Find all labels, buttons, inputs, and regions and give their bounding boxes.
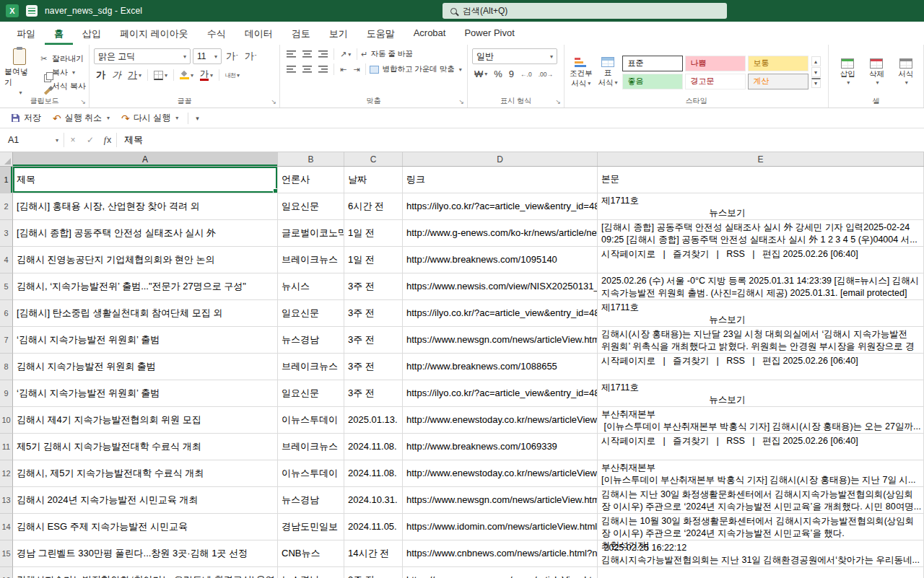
increase-indent-button[interactable]: ⇥	[351, 64, 362, 75]
cell-press[interactable]: 브레이크뉴스	[278, 434, 344, 460]
cell-date[interactable]: 2024.11.05.	[344, 514, 403, 540]
cell-body[interactable]: 부산취재본부 [이뉴스투데이 부산취재본부 박홍식 기자] 김해시(시장 홍태용…	[598, 460, 924, 487]
cell-body[interactable]: 시작페이지로 | 즐겨찾기 | RSS | 편집 2025.02.26 [06:…	[598, 354, 924, 380]
cell-date[interactable]: 3주 전	[344, 273, 403, 300]
grow-font-button[interactable]: 가ˆ	[224, 49, 240, 64]
cell-body[interactable]: 시작페이지로 | 즐겨찾기 | RSS | 편집 2025.02.26 [06:…	[598, 247, 924, 273]
col-header-e[interactable]: E	[598, 152, 924, 166]
align-center-button[interactable]	[300, 65, 314, 74]
format-cells-button[interactable]: 서식 ▾	[897, 58, 915, 86]
tab-홈[interactable]: 홈	[45, 22, 73, 45]
cell-date[interactable]: 1일 전	[344, 220, 403, 247]
align-left-button[interactable]	[284, 65, 298, 74]
cell-title[interactable]: [김해시] 홍태용 시장, 산업현장 찾아 격려 외	[13, 193, 278, 220]
dialog-launcher-icon[interactable]: ↘	[271, 99, 276, 105]
increase-decimal-button[interactable]: ←.0	[518, 70, 534, 79]
cell-link[interactable]: https://www.newsgn.com/news/articleView.…	[403, 567, 598, 578]
cell-date[interactable]: 3주 전	[344, 327, 403, 354]
cell-press[interactable]: 이뉴스투데이	[278, 407, 344, 434]
cell-press[interactable]: 이뉴스투데이	[278, 460, 344, 487]
tab-보기[interactable]: 보기	[320, 22, 357, 45]
cell-title[interactable]: ‘김해시 지속가능발전 위원회’ 출범	[13, 327, 278, 354]
wrap-text-button[interactable]: ↵자동 줄 바꿈	[361, 49, 413, 59]
decrease-indent-button[interactable]: ⇤	[338, 64, 349, 75]
decrease-decimal-button[interactable]: .00→	[536, 70, 555, 79]
font-name-select[interactable]: 맑은 고딕▾	[94, 48, 191, 64]
cell-date[interactable]: 1일 전	[344, 247, 403, 273]
cell-press[interactable]: 글로벌이코노믹	[278, 220, 344, 247]
insert-function-icon[interactable]: fx	[99, 135, 116, 146]
cell-title[interactable]: [김해시 종합] 공동주택 안전성 실태조사 실시 外	[13, 220, 278, 247]
select-all-corner[interactable]	[0, 152, 13, 166]
cell-body[interactable]: 제1711호 뉴스보기	[598, 300, 924, 327]
tab-Acrobat[interactable]: Acrobat	[404, 22, 456, 45]
cell-body[interactable]: 2025.02.26 (수) 서울 -0°C 지방 등록 2025.01.31 …	[598, 273, 924, 300]
tab-파일[interactable]: 파일	[7, 22, 45, 45]
col-header-d[interactable]: D	[403, 152, 598, 166]
align-top-button[interactable]	[284, 50, 298, 58]
row-header[interactable]: 10	[0, 407, 13, 434]
cell-date[interactable]: 2025.01.13.	[344, 407, 403, 434]
borders-button[interactable]: ▾	[152, 70, 170, 81]
cell-link[interactable]: https://ilyo.co.kr/?ac=article_view&entr…	[403, 300, 598, 327]
cancel-icon[interactable]: ×	[64, 135, 82, 145]
enter-icon[interactable]: ✓	[82, 135, 99, 145]
row-header[interactable]: 9	[0, 380, 13, 407]
cell-date[interactable]: 3주 전	[344, 354, 403, 380]
cell-date[interactable]: 6시간 전	[344, 193, 403, 220]
row-header[interactable]: 11	[0, 434, 13, 460]
cell-style-계산[interactable]: 계산	[748, 74, 808, 89]
cell-body[interactable]	[598, 567, 924, 578]
dialog-launcher-icon[interactable]: ↘	[458, 99, 464, 105]
formula-input[interactable]: 제목	[117, 133, 924, 146]
redo-button[interactable]: ↷ 다시 실행 ▾	[116, 110, 183, 126]
cell-link[interactable]: https://ilyo.co.kr/?ac=article_view&entr…	[403, 380, 598, 407]
cell-body[interactable]: 시작페이지로 | 즐겨찾기 | RSS | 편집 2025.02.26 [06:…	[598, 434, 924, 460]
row-header[interactable]: 8	[0, 354, 13, 380]
cell-date[interactable]: 날짜	[344, 167, 403, 193]
dialog-launcher-icon[interactable]: ↘	[555, 99, 561, 105]
row-header[interactable]: 15	[0, 540, 13, 567]
cell-body[interactable]: 김해시는 10월 30일 화정생활문화센터에서 김해시지속가능발전협의회(상임회…	[598, 514, 924, 540]
cell-style-표준[interactable]: 표준	[622, 56, 683, 71]
cell-link[interactable]: http://www.breaknews.com/1069339	[403, 434, 598, 460]
tab-삽입[interactable]: 삽입	[73, 22, 110, 45]
insert-cells-button[interactable]: 삽입 ▾	[839, 58, 857, 86]
cell-date[interactable]: 2024.10.31.	[344, 487, 403, 514]
cell-date[interactable]: 2024.11.08.	[344, 434, 403, 460]
underline-button[interactable]: 가▾	[126, 68, 144, 82]
cell-style-나쁨[interactable]: 나쁨	[685, 56, 746, 71]
cell-press[interactable]: 뉴스경남	[278, 567, 344, 578]
cell-title[interactable]: 김해시 ESG 주제 지속가능발전 시민교육	[13, 514, 278, 540]
align-middle-button[interactable]	[300, 50, 314, 58]
cell-body[interactable]: 김해시(시장 홍태용)는 지난달 23일 시청 대회의실에서 ‘김해시 지속가능…	[598, 327, 924, 354]
cell-link[interactable]: https://www.newsgn.com/news/articleView.…	[403, 487, 598, 514]
cell-title[interactable]: ‘김해시 지속가능발전 위원회’ 출범	[13, 380, 278, 407]
phonetic-button[interactable]: 내천▾	[223, 71, 242, 80]
dialog-launcher-icon[interactable]: ↘	[80, 99, 86, 105]
shrink-font-button[interactable]: 가ˇ	[243, 49, 259, 64]
font-size-select[interactable]: 11▾	[193, 48, 222, 64]
row-header[interactable]: 12	[0, 460, 13, 487]
col-header-a[interactable]: A	[13, 152, 278, 166]
row-header[interactable]: 3	[0, 220, 13, 247]
format-as-table-button[interactable]: 표 서식▾	[597, 57, 619, 87]
conditional-formatting-button[interactable]: 조건부 서식▾	[568, 56, 594, 88]
cell-date[interactable]: 2024.11.08.	[344, 460, 403, 487]
copy-button[interactable]: 복사▾	[39, 67, 86, 78]
bold-button[interactable]: 가	[94, 68, 108, 82]
cell-body[interactable]: 제1711호 뉴스보기	[598, 380, 924, 407]
cell-body[interactable]: 본문	[598, 167, 924, 193]
cell-date[interactable]: 3주 전	[344, 380, 403, 407]
cell-title[interactable]: 김해시, 제5기 지속가능발전대학 수료식 개최	[13, 460, 278, 487]
cell-style-경고문[interactable]: 경고문	[685, 74, 746, 89]
cell-link[interactable]: http://www.breaknews.com/1088655	[403, 354, 598, 380]
cell-body[interactable]: 2025.02.25 16:22:12 김해시지속가능발전협의회는 지난 31일…	[598, 540, 924, 567]
number-format-select[interactable]: 일반▾	[472, 48, 557, 64]
cell-press[interactable]: 뉴스경남	[278, 487, 344, 514]
cell-style-좋음[interactable]: 좋음	[622, 74, 683, 89]
cell-link[interactable]: http://www.breaknews.com/1095140	[403, 247, 598, 273]
cell-press[interactable]: 뉴스경남	[278, 327, 344, 354]
cell-title[interactable]: 김해시 진영농공단지 기업체협의회와 현안 논의	[13, 247, 278, 273]
undo-button[interactable]: ↶ 실행 취소 ▾	[48, 110, 115, 126]
